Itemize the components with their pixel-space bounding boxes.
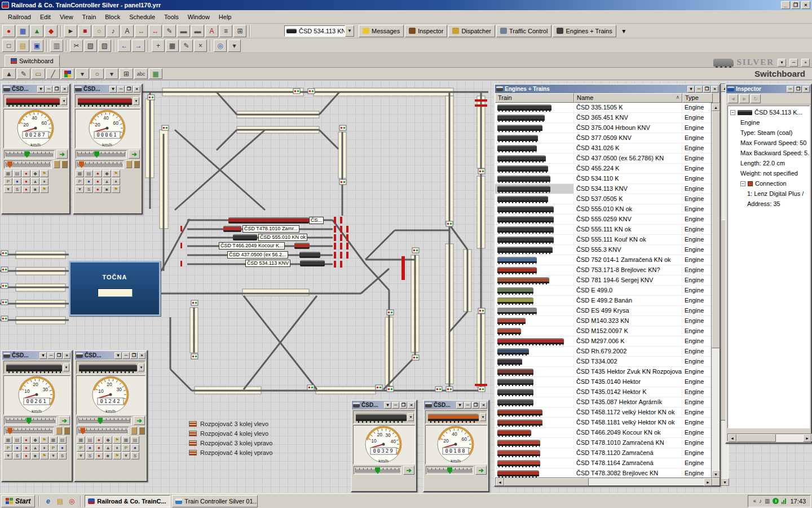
throttle-window-2[interactable]: ČSD...▾─❐×▾2040608000061km/h➔▦▤●◆⚑P●●▲♦▼… <box>73 84 143 214</box>
engines-vertical-scrollbar[interactable]: ▲ ▼ <box>711 103 720 479</box>
function-button[interactable]: S <box>58 452 67 459</box>
throttle-titlebar[interactable]: ČSD...▾─❐× <box>74 85 142 93</box>
indicator-box[interactable] <box>126 160 132 168</box>
forward-button[interactable]: ► <box>739 94 749 103</box>
brake-slider[interactable] <box>4 427 54 435</box>
engine-row[interactable]: ČSD T458.1172 velký Hektor KN okEngine <box>495 408 713 418</box>
back-button[interactable]: ◄ <box>728 94 738 103</box>
engine-thumbnail-cell[interactable] <box>495 418 574 427</box>
print-icon[interactable]: ▥ <box>50 40 63 52</box>
function-button[interactable]: ◆ <box>31 436 39 444</box>
engine-thumbnail-cell[interactable] <box>495 184 574 194</box>
display-icon[interactable]: ▥ <box>765 498 770 504</box>
engine-row[interactable]: ČSD 781 194-6 Sergej KNVEngine <box>495 275 713 286</box>
engine-thumbnail-cell[interactable] <box>495 255 574 265</box>
pane-dropdown-button[interactable]: ▾ <box>778 59 786 67</box>
scroll-down-arrow[interactable]: ▼ <box>712 470 720 478</box>
engine-row[interactable]: ČSD T435.0142 Hektor KEngine <box>495 387 713 397</box>
train-selector-arrow[interactable]: ▼ <box>345 25 354 37</box>
engine-row[interactable]: ČSD M297.006 KEngine <box>495 336 713 347</box>
throttle-dropdown-button[interactable]: ▾ <box>39 352 47 359</box>
inspector-property[interactable]: Length: 22.0 cm <box>740 160 785 167</box>
inspector-property[interactable]: Type: Steam (coal) <box>740 129 792 136</box>
engine-thumbnail-cell[interactable] <box>495 448 574 458</box>
switchboard-canvas[interactable]: ČS...ČSD T478.1010 Zamr...ČSD 555.010 KN… <box>0 80 812 493</box>
engine-thumbnail-cell[interactable] <box>495 438 574 448</box>
function-button[interactable]: ● <box>94 178 102 185</box>
engine-name[interactable]: ČSD T478.1164 Zamračená <box>574 458 682 468</box>
engine-row[interactable]: ČSD T435.0140 HektorEngine <box>495 377 713 387</box>
throttle-minimize-button[interactable]: ─ <box>392 402 399 409</box>
throttle-restore-button[interactable]: ❐ <box>400 402 407 409</box>
speed-slider-handle[interactable] <box>24 151 29 158</box>
function-button[interactable]: ◆ <box>104 436 112 444</box>
indicator-box[interactable] <box>64 427 70 435</box>
inspector-close-button[interactable]: × <box>802 86 810 93</box>
scroll-right-arrow[interactable]: ► <box>704 478 712 486</box>
engine-name[interactable]: ČSD M297.006 K <box>574 336 682 346</box>
engine-row[interactable]: ČSD 455.224 KEngine <box>495 164 713 174</box>
inspector-property[interactable]: Max Backward Speed: 5... <box>740 150 809 156</box>
function-button[interactable]: ● <box>58 444 67 452</box>
function-button[interactable]: ▼ <box>49 452 58 459</box>
function-button[interactable]: ⚑ <box>40 436 48 444</box>
speed-slider-handle[interactable] <box>375 467 380 474</box>
start-button[interactable]: Start <box>1 495 35 507</box>
engine-row[interactable]: ČSD 752 014-1 Zamračená KN okEngine <box>495 255 713 265</box>
function-button[interactable]: S <box>13 452 21 459</box>
function-button[interactable]: ● <box>86 444 94 452</box>
letter-icon[interactable]: A <box>205 25 218 37</box>
engines-window-titlebar[interactable]: Engines + Trains ▾ ─ ❐ × <box>495 85 720 93</box>
save-icon[interactable]: ▣ <box>30 40 43 52</box>
engine-name[interactable]: ČSD 377.0509 KNV <box>574 133 682 143</box>
function-button[interactable]: ⚑ <box>40 170 48 177</box>
indicator-box[interactable] <box>131 427 137 435</box>
quicklaunch-ie-icon[interactable]: e <box>43 496 53 506</box>
function-button[interactable]: ▤ <box>86 436 94 444</box>
engine-name[interactable]: ČSD T435 Hektor Zvuk KN Rozpojovač <box>574 367 682 376</box>
throttle-minimize-button[interactable]: ─ <box>45 86 52 93</box>
throttle-titlebar[interactable]: ČSD...▾─❐× <box>2 85 69 93</box>
engine-thumbnail-cell[interactable] <box>495 428 574 437</box>
image-tool-icon[interactable]: ▦ <box>149 68 162 79</box>
function-button[interactable]: ⚑ <box>112 170 120 177</box>
engine-thumbnail-cell[interactable] <box>495 468 574 478</box>
tree-expander[interactable]: − <box>740 181 745 186</box>
scroll-down-arrow[interactable]: ▼ <box>721 478 729 486</box>
inspector-horizontal-scrollbar[interactable]: ◄ ► <box>727 433 812 441</box>
engine-name[interactable]: ČSD T435.0142 Hektor K <box>574 387 682 397</box>
speed-slider[interactable] <box>4 150 55 159</box>
engine-row[interactable]: ČSD T478.1120 ZamračenáEngine <box>495 448 713 458</box>
function-button[interactable]: ▼ <box>77 452 85 459</box>
throttle-restore-button[interactable]: ❐ <box>130 352 138 359</box>
dispatcher-button[interactable]: Dispatcher <box>448 25 495 37</box>
engine-thumbnail-cell[interactable] <box>495 225 574 234</box>
engine-row[interactable]: ČSD E 499.2 BanánEngine <box>495 296 713 306</box>
abc-tool-icon[interactable]: abc <box>134 68 148 79</box>
close-button[interactable]: × <box>801 1 810 9</box>
function-button[interactable]: ● <box>94 170 102 177</box>
function-button[interactable]: ▲ <box>31 444 39 452</box>
go-button[interactable]: ➔ <box>56 150 68 159</box>
function-button[interactable]: ⚑ <box>113 452 121 459</box>
engine-row[interactable]: ČSD M152.0097 KEngine <box>495 326 713 336</box>
brake-slider[interactable] <box>77 427 129 435</box>
function-button[interactable]: ● <box>22 444 30 452</box>
throttle-close-button[interactable]: × <box>408 402 415 409</box>
throttle-close-button[interactable]: × <box>133 86 140 93</box>
brake-slider-handle[interactable] <box>80 428 85 435</box>
taskbar-task-image-viewer[interactable]: Train Controller Silver 01... <box>172 495 258 507</box>
taskbar-task-traincontroller[interactable]: Railroad & Co. TrainC... <box>85 495 170 507</box>
engine-name[interactable]: ČSD 753.171-8 Brejlovec KN? <box>574 265 682 275</box>
engine-thumbnail-cell[interactable] <box>495 133 574 143</box>
lamp-icon[interactable]: ○ <box>92 25 105 37</box>
switchboard-icon[interactable]: ▦ <box>16 25 29 37</box>
inspector-property[interactable]: Max Forward Speed: 50 <box>740 139 806 146</box>
menu-train[interactable]: Train <box>78 12 101 22</box>
throttle-minimize-button[interactable]: ─ <box>122 352 130 359</box>
engine-name[interactable]: ČSD 555.111 KN ok <box>574 225 682 234</box>
throttle-titlebar[interactable]: ČSD...▾─❐× <box>2 351 72 360</box>
engines-dropdown-button[interactable]: ▾ <box>687 86 695 93</box>
engine-name[interactable]: ČSD T478.3082 Brejlovec KN <box>574 468 682 478</box>
menu-block[interactable]: Block <box>100 12 125 22</box>
